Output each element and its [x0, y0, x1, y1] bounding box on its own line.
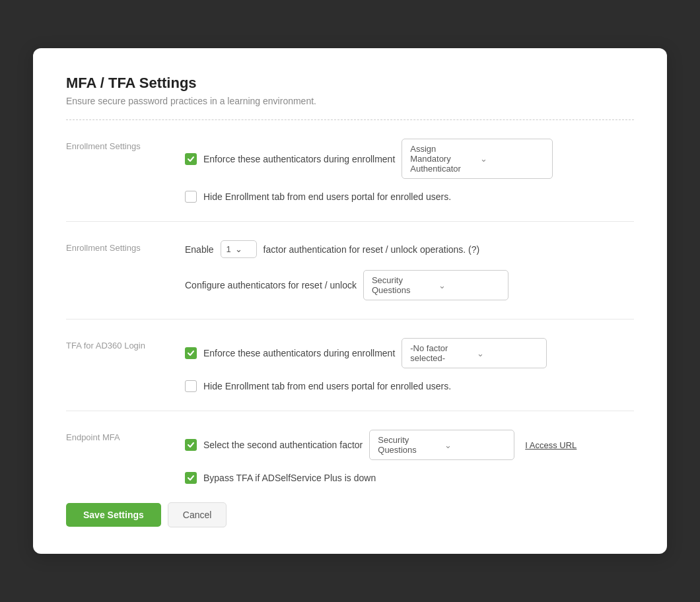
cancel-button[interactable]: Cancel	[168, 502, 227, 527]
factor-count-dropdown[interactable]: 1 ⌄	[221, 240, 257, 258]
factor-count-chevron: ⌄	[235, 244, 242, 254]
tfa-settings: TFA for AD360 Login Enforce these authen…	[66, 338, 634, 392]
divider-3	[66, 411, 634, 411]
endpoint-label: Endpoint MFA	[66, 430, 172, 484]
configure-dropdown[interactable]: Security Questions ⌄	[363, 270, 508, 300]
bypass-checkbox[interactable]	[185, 472, 197, 484]
enforce-checkbox-1[interactable]	[185, 153, 197, 165]
divider-1	[66, 221, 634, 222]
no-factor-chevron: ⌄	[477, 349, 538, 358]
tfa-hide-checkbox[interactable]	[185, 380, 197, 392]
factor-dropdown[interactable]: Security Questions ⌄	[369, 430, 514, 460]
enable-prefix: Enable	[185, 244, 214, 255]
enrollment1-label: Enrollment Settings	[66, 139, 172, 203]
hide-row-1: Hide Enrollment tab from end users porta…	[185, 191, 634, 203]
hide-checkbox-1[interactable]	[185, 191, 197, 203]
hide-label-1: Hide Enrollment tab from end users porta…	[203, 191, 451, 202]
enable-suffix: factor authentication for reset / unlock…	[263, 244, 480, 255]
factor-chevron: ⌄	[444, 440, 506, 450]
page-subtitle: Ensure secure password practices in a le…	[66, 96, 634, 106]
endpoint-select-row: Select the second authentication factor …	[185, 430, 634, 460]
endpoint-content: Select the second authentication factor …	[185, 430, 634, 484]
tfa-enforce-checkbox[interactable]	[185, 347, 197, 359]
divider-2	[66, 319, 634, 319]
mandatory-authenticator-chevron: ⌄	[480, 154, 544, 164]
factor-value: Security Questions	[378, 435, 439, 455]
enforce-row-1: Enforce these authenticators during enro…	[185, 139, 634, 179]
configure-row: Configure authenticators for reset / unl…	[185, 270, 634, 300]
access-url-link[interactable]: I Access URL	[525, 440, 577, 450]
enforce-label-1: Enforce these authenticators during enro…	[203, 154, 395, 164]
save-button[interactable]: Save Settings	[66, 503, 161, 527]
button-row: Save Settings Cancel	[66, 502, 634, 527]
bypass-label: Bypass TFA if ADSelfService Plus is down	[203, 473, 376, 483]
enable-factor-row: Enable 1 ⌄ factor authentication for res…	[185, 240, 634, 258]
no-factor-dropdown[interactable]: -No factor selected- ⌄	[402, 338, 547, 368]
endpoint-select-label: Select the second authentication factor	[203, 440, 363, 450]
enrollment1-content: Enforce these authenticators during enro…	[185, 139, 634, 203]
tfa-hide-label: Hide Enrollment tab from end users porta…	[203, 381, 451, 391]
tfa-label: TFA for AD360 Login	[66, 338, 172, 392]
enrollment2-content: Enable 1 ⌄ factor authentication for res…	[185, 240, 634, 300]
endpoint-mfa: Endpoint MFA Select the second authentic…	[66, 430, 634, 484]
configure-chevron: ⌄	[438, 281, 500, 290]
tfa-hide-row: Hide Enrollment tab from end users porta…	[185, 380, 634, 392]
tfa-enforce-label: Enforce these authenticators during enro…	[203, 348, 395, 358]
configure-label: Configure authenticators for reset / unl…	[185, 280, 357, 290]
settings-card: MFA / TFA Settings Ensure secure passwor…	[33, 48, 667, 554]
header-divider	[66, 119, 634, 120]
factor-count-value: 1	[227, 244, 231, 254]
page-title: MFA / TFA Settings	[66, 75, 634, 92]
mandatory-authenticator-dropdown[interactable]: Assign Mandatory Authenticator ⌄	[402, 139, 553, 179]
enrollment-settings-1: Enrollment Settings Enforce these authen…	[66, 139, 634, 203]
configure-value: Security Questions	[372, 275, 433, 295]
tfa-enforce-row: Enforce these authenticators during enro…	[185, 338, 634, 368]
mandatory-authenticator-value: Assign Mandatory Authenticator	[410, 144, 474, 174]
enrollment2-label: Enrollment Settings	[66, 240, 172, 300]
tfa-content: Enforce these authenticators during enro…	[185, 338, 634, 392]
no-factor-value: -No factor selected-	[410, 343, 472, 363]
enrollment-settings-2: Enrollment Settings Enable 1 ⌄ factor au…	[66, 240, 634, 300]
bypass-row: Bypass TFA if ADSelfService Plus is down	[185, 472, 634, 484]
endpoint-select-checkbox[interactable]	[185, 439, 197, 451]
